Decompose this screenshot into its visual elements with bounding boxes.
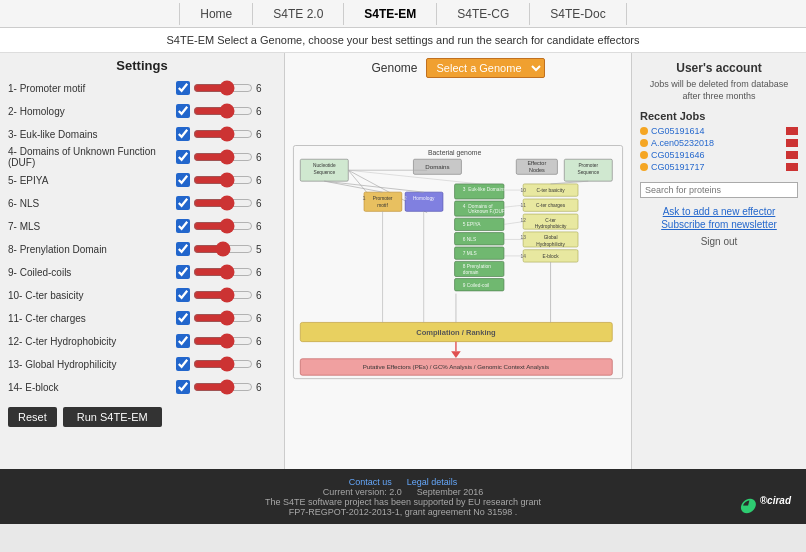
setting-slider-4[interactable] [193,153,253,161]
svg-text:Homology: Homology [413,196,435,201]
jobs-list: CG05191614A.cen05232018CG05191646CG05191… [640,126,798,172]
setting-slider-10[interactable] [193,291,253,299]
subscribe-link[interactable]: Subscribe from newsletter [640,219,798,230]
setting-item-11: 11- C-ter charges6 [8,308,276,328]
job-flag-0 [786,127,798,135]
svg-text:9  Coiled-coil: 9 Coiled-coil [463,283,489,288]
job-link-0[interactable]: CG05191614 [651,126,705,136]
svg-text:C-ter basicity: C-ter basicity [537,188,566,193]
contact-link[interactable]: Contact us [349,477,392,487]
setting-slider-13[interactable] [193,360,253,368]
job-link-2[interactable]: CG05191646 [651,150,705,160]
nav-home[interactable]: Home [179,3,253,25]
svg-text:13: 13 [520,235,526,240]
setting-checkbox-9[interactable] [176,265,190,279]
svg-rect-32 [455,233,504,245]
center-panel: Genome Select a Genome Bacterial genome … [285,53,631,469]
setting-slider-5[interactable] [193,176,253,184]
nav-s4te-em[interactable]: S4TE-EM [344,3,437,25]
svg-text:6  NLS: 6 NLS [463,237,476,242]
footer-support: The S4TE software project has been suppo… [6,497,800,507]
svg-text:Sequence: Sequence [313,170,335,175]
job-item-2: CG05191646 [640,150,798,160]
svg-text:Bacterial genome: Bacterial genome [428,149,481,157]
setting-item-8: 8- Prenylation Domain5 [8,239,276,259]
footer: Contact us Legal details Current version… [0,469,806,524]
svg-text:domain: domain [463,270,479,275]
svg-text:Sequence: Sequence [577,170,599,175]
svg-text:Hydrophilicity: Hydrophilicity [536,242,565,247]
setting-checkbox-11[interactable] [176,311,190,325]
setting-slider-8[interactable] [193,245,253,253]
svg-text:Global: Global [544,235,558,240]
setting-item-10: 10- C-ter basicity6 [8,285,276,305]
setting-slider-12[interactable] [193,337,253,345]
version-text: Current version: 2.0 [323,487,402,497]
setting-slider-6[interactable] [193,199,253,207]
svg-text:motif: motif [377,203,388,208]
ask-effector-link[interactable]: Ask to add a new effector [640,206,798,217]
svg-text:14: 14 [520,254,526,259]
run-button[interactable]: Run S4TE-EM [63,407,162,427]
reset-button[interactable]: Reset [8,407,57,427]
sign-out[interactable]: Sign out [640,236,798,247]
setting-slider-3[interactable] [193,130,253,138]
setting-slider-1[interactable] [193,84,253,92]
job-link-1[interactable]: A.cen05232018 [651,138,714,148]
nav-s4te-cg[interactable]: S4TE-CG [437,3,530,25]
svg-text:7  MLS: 7 MLS [463,251,477,256]
setting-item-2: 2- Homology6 [8,101,276,121]
setting-checkbox-2[interactable] [176,104,190,118]
setting-value-13: 6 [256,359,266,370]
setting-checkbox-4[interactable] [176,150,190,164]
footer-version: Current version: 2.0 September 2016 [6,487,800,497]
footer-grant: FP7-REGPOT-2012-2013-1, grant agreement … [6,507,800,517]
nav-s4te-doc[interactable]: S4TE-Doc [530,3,626,25]
setting-slider-11[interactable] [193,314,253,322]
svg-text:2: 2 [404,195,407,201]
search-input[interactable] [640,182,798,198]
legal-link[interactable]: Legal details [407,477,458,487]
setting-value-14: 6 [256,382,266,393]
setting-checkbox-14[interactable] [176,380,190,394]
setting-item-7: 7- MLS6 [8,216,276,236]
setting-checkbox-6[interactable] [176,196,190,210]
job-icon-1 [640,139,648,147]
job-item-0: CG05191614 [640,126,798,136]
setting-slider-7[interactable] [193,222,253,230]
setting-value-1: 6 [256,83,266,94]
svg-text:Promoter: Promoter [373,196,393,201]
genome-select[interactable]: Select a Genome [426,58,545,78]
settings-title: Settings [8,58,276,73]
setting-label-7: 7- MLS [8,221,176,232]
recent-jobs-title: Recent Jobs [640,110,798,122]
setting-label-2: 2- Homology [8,106,176,117]
svg-text:C-ter charges: C-ter charges [536,203,566,208]
setting-checkbox-7[interactable] [176,219,190,233]
setting-checkbox-10[interactable] [176,288,190,302]
job-link-3[interactable]: CG05191717 [651,162,705,172]
job-flag-2 [786,151,798,159]
setting-checkbox-13[interactable] [176,357,190,371]
svg-text:Euk-like Domains: Euk-like Domains [468,187,506,192]
setting-item-3: 3- Euk-like Domains6 [8,124,276,144]
setting-slider-2[interactable] [193,107,253,115]
svg-text:1: 1 [363,195,366,201]
setting-value-2: 6 [256,106,266,117]
setting-value-6: 6 [256,198,266,209]
settings-panel: Settings 1- Promoter motif62- Homology63… [0,53,285,469]
setting-item-5: 5- EPIYA6 [8,170,276,190]
nav-s4te2[interactable]: S4TE 2.0 [253,3,344,25]
setting-slider-9[interactable] [193,268,253,276]
setting-item-13: 13- Global Hydrophilicity6 [8,354,276,374]
svg-text:11: 11 [520,203,526,208]
setting-label-10: 10- C-ter basicity [8,290,176,301]
setting-checkbox-12[interactable] [176,334,190,348]
setting-checkbox-8[interactable] [176,242,190,256]
setting-checkbox-5[interactable] [176,173,190,187]
job-item-1: A.cen05232018 [640,138,798,148]
setting-slider-14[interactable] [193,383,253,391]
setting-label-1: 1- Promoter motif [8,83,176,94]
setting-checkbox-3[interactable] [176,127,190,141]
setting-checkbox-1[interactable] [176,81,190,95]
